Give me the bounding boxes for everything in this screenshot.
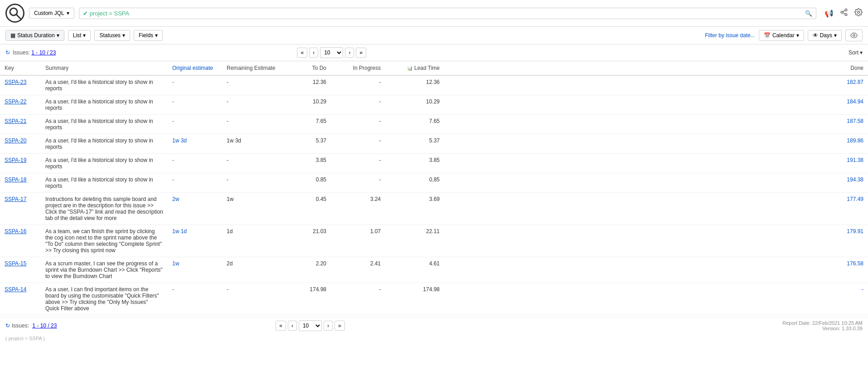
cell-in-progress: -	[331, 95, 385, 115]
issue-key-link[interactable]: SSPA-22	[5, 98, 26, 105]
last-page-button-bottom[interactable]: »	[335, 321, 345, 331]
issue-key-link[interactable]: SSPA-19	[5, 157, 26, 163]
cell-remaining-estimate: -	[222, 173, 286, 193]
per-page-select[interactable]: 5 10 20 50 100	[320, 47, 343, 58]
days-label: Days	[820, 32, 832, 39]
th-lead-time: 📊 Lead Time	[385, 61, 444, 76]
issue-key-link[interactable]: SSPA-16	[5, 228, 26, 235]
issues-text-bottom: Issues:	[12, 323, 30, 329]
megaphone-icon[interactable]: 📢	[824, 9, 834, 18]
status-duration-button[interactable]: ▦ Status Duration ▾	[5, 30, 64, 41]
cell-original-estimate: -	[168, 173, 222, 193]
jql-query-text: project = SSPA	[90, 10, 130, 17]
svg-line-5	[843, 13, 845, 14]
cell-lead-time: 12.36	[385, 75, 444, 95]
statuses-button[interactable]: Statuses ▾	[94, 30, 130, 41]
cell-summary: Instructions for deleting this sample bo…	[41, 193, 168, 225]
calendar-button[interactable]: 📅 Calendar ▾	[759, 30, 804, 41]
issue-key-link[interactable]: SSPA-15	[5, 260, 26, 267]
settings-icon[interactable]	[854, 8, 863, 18]
svg-line-6	[843, 10, 845, 12]
cell-todo: 12.36	[286, 75, 331, 95]
filter-by-date[interactable]: Filter by issue date...	[705, 32, 755, 39]
first-page-button-bottom[interactable]: «	[276, 321, 286, 331]
svg-point-2	[845, 9, 847, 11]
cell-todo: 21.03	[286, 225, 331, 257]
table-row: SSPA-17 Instructions for deleting this s…	[0, 193, 868, 225]
cell-lead-time: 7.65	[385, 115, 444, 134]
cell-done: 191.38	[444, 154, 868, 173]
cell-key: SSPA-19	[0, 154, 41, 173]
next-page-button[interactable]: ›	[345, 48, 354, 58]
table-row: SSPA-23 As a user, I'd like a historical…	[0, 75, 868, 95]
prev-page-button[interactable]: ‹	[309, 48, 318, 58]
share-icon[interactable]	[840, 8, 848, 18]
sort-button[interactable]: Sort ▾	[849, 49, 863, 56]
issues-bar-top: ↻ Issues: 1 - 10 / 23 « ‹ 5 10 20 50 100…	[0, 44, 868, 61]
issues-text: Issues:	[13, 49, 31, 56]
cell-remaining-estimate: -	[222, 154, 286, 173]
cell-lead-time: 22.11	[385, 225, 444, 257]
issue-key-link[interactable]: SSPA-20	[5, 137, 26, 144]
cell-original-estimate: 2w	[168, 193, 222, 225]
last-page-button[interactable]: »	[356, 48, 366, 58]
th-key: Key	[0, 61, 41, 76]
cell-remaining-estimate: 1w 3d	[222, 134, 286, 154]
cell-todo: 5.37	[286, 134, 331, 154]
svg-line-1	[16, 15, 20, 19]
cell-done: 179.91	[444, 225, 868, 257]
next-page-button-bottom[interactable]: ›	[324, 321, 333, 331]
sort-label: Sort	[849, 49, 858, 56]
visibility-button[interactable]	[845, 29, 863, 41]
footer: ( project = SSPA )	[0, 334, 868, 343]
issues-range-link-bottom[interactable]: 1 - 10 / 23	[32, 323, 57, 329]
issue-key-link[interactable]: SSPA-23	[5, 79, 26, 85]
chevron-down-icon: ▾	[834, 32, 837, 39]
list-label: List	[73, 32, 82, 39]
prev-page-button-bottom[interactable]: ‹	[288, 321, 297, 331]
cell-in-progress: -	[331, 173, 385, 193]
refresh-icon-bottom[interactable]: ↻	[5, 323, 10, 329]
cell-summary: As a user, I'd like a historical story t…	[41, 173, 168, 193]
cell-summary: As a user, I'd like a historical story t…	[41, 115, 168, 134]
cell-done: 182.87	[444, 75, 868, 95]
cell-original-estimate: 1w	[168, 257, 222, 283]
cell-remaining-estimate: 1w	[222, 193, 286, 225]
issues-range-link[interactable]: 1 - 10 / 23	[31, 49, 56, 56]
cell-key: SSPA-18	[0, 173, 41, 193]
check-icon: ✔	[83, 10, 88, 17]
svg-point-7	[858, 11, 860, 14]
issue-key-link[interactable]: SSPA-18	[5, 176, 26, 183]
issue-key-link[interactable]: SSPA-17	[5, 196, 26, 202]
table-row: SSPA-19 As a user, I'd like a historical…	[0, 154, 868, 173]
fields-button[interactable]: Fields ▾	[134, 30, 163, 41]
search-icon[interactable]: 🔍	[805, 10, 812, 17]
fields-label: Fields	[139, 32, 153, 39]
list-button[interactable]: List ▾	[68, 30, 91, 41]
first-page-button[interactable]: «	[297, 48, 307, 58]
th-remaining-estimate: Remaining Estimate	[222, 61, 286, 76]
custom-jql-label: Custom JQL	[34, 10, 64, 16]
issue-key-link[interactable]: SSPA-14	[5, 286, 26, 293]
days-button[interactable]: 👁 Days ▾	[808, 30, 842, 41]
cell-remaining-estimate: 2d	[222, 257, 286, 283]
chevron-down-icon: ▾	[796, 32, 799, 39]
custom-jql-button[interactable]: Custom JQL ▾	[29, 8, 74, 19]
visibility-icon	[850, 32, 858, 39]
table-row: SSPA-20 As a user, I'd like a historical…	[0, 134, 868, 154]
per-page-select-bottom[interactable]: 5 10 20 50 100	[299, 320, 322, 331]
issue-key-link[interactable]: SSPA-21	[5, 118, 26, 124]
chevron-down-icon: ▾	[67, 10, 69, 16]
cell-done: 184.94	[444, 95, 868, 115]
cell-todo: 2.20	[286, 257, 331, 283]
table-row: SSPA-15 As a scrum master, I can see the…	[0, 257, 868, 283]
cell-todo: 3.85	[286, 154, 331, 173]
jql-input[interactable]	[132, 10, 805, 17]
cell-remaining-estimate: -	[222, 115, 286, 134]
report-date: Report Date: 22/Feb/2021 10:25 AM	[782, 320, 863, 326]
lead-time-icon: 📊	[407, 66, 412, 71]
chevron-down-icon: ▾	[860, 49, 863, 56]
cell-lead-time: 10.29	[385, 95, 444, 115]
cell-lead-time: 3.69	[385, 193, 444, 225]
refresh-icon[interactable]: ↻	[5, 49, 10, 56]
